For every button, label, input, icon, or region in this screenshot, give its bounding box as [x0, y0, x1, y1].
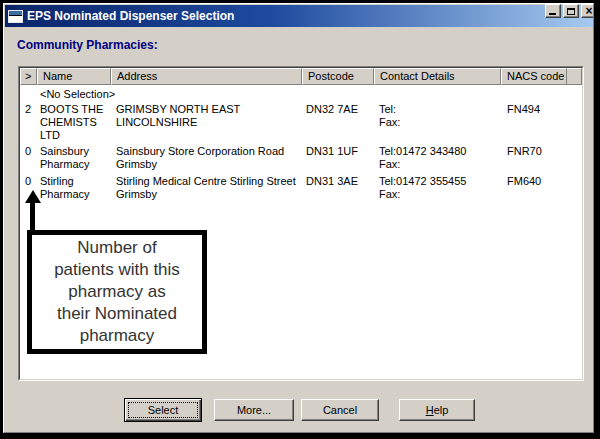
more-button[interactable]: More... — [214, 399, 294, 421]
nominated-count: 0 — [20, 145, 37, 158]
maximize-button[interactable] — [563, 4, 579, 18]
header-nacs-code[interactable]: NACS code — [501, 68, 567, 85]
titlebar-controls: × — [545, 4, 597, 18]
maximize-icon — [567, 8, 575, 15]
select-button[interactable]: Select — [124, 398, 202, 422]
pharmacy-postcode: DN31 1UF — [302, 145, 374, 158]
window-title: EPS Nominated Dispenser Selection — [27, 9, 234, 23]
pharmacy-address: Sainsbury Store Corporation Road Grimsby — [111, 145, 302, 171]
pharmacy-address: GRIMSBY NORTH EAST LINCOLNSHIRE — [111, 103, 302, 129]
minimize-icon — [549, 13, 556, 15]
pharmacy-postcode: DN32 7AE — [302, 103, 374, 116]
table-row-stirling[interactable]: 0 Stirling Pharmacy Stirling Medical Cen… — [20, 175, 582, 201]
help-button[interactable]: Help — [399, 399, 475, 421]
titlebar[interactable]: EPS Nominated Dispenser Selection — [5, 5, 594, 27]
pharmacy-contact: Tel:01472 355455 Fax: — [374, 175, 501, 201]
pharmacy-nacs-code: FM640 — [501, 175, 567, 188]
pharmacy-contact: Tel:01472 343480 Fax: — [374, 145, 501, 171]
pharmacy-name: Sainsbury Pharmacy — [37, 145, 111, 171]
pharmacy-nacs-code: FN494 — [501, 103, 567, 116]
minimize-button[interactable] — [545, 4, 561, 18]
pharmacy-name: Stirling Pharmacy — [37, 175, 111, 201]
list-header-row: > Name Address Postcode Contact Details … — [20, 68, 582, 85]
pharmacy-nacs-code: FNR70 — [501, 145, 567, 158]
header-filler — [567, 68, 582, 85]
table-row-sainsbury[interactable]: 0 Sainsbury Pharmacy Sainsbury Store Cor… — [20, 145, 582, 171]
header-address[interactable]: Address — [111, 68, 302, 85]
annotation-callout: Number of patients with this pharmacy as… — [27, 230, 207, 354]
close-button[interactable]: × — [581, 4, 597, 18]
pharmacy-postcode: DN31 3AE — [302, 175, 374, 188]
pharmacy-contact: Tel: Fax: — [374, 103, 501, 129]
table-row-boots[interactable]: 2 BOOTS THE CHEMISTS LTD GRIMSBY NORTH E… — [20, 103, 582, 142]
pharmacy-address: Stirling Medical Centre Stirling Street … — [111, 175, 302, 201]
callout-arrow-shaft — [30, 202, 35, 231]
header-name[interactable]: Name — [37, 68, 111, 85]
section-label: Community Pharmacies: — [17, 38, 158, 52]
list-body: <No Selection> 2 BOOTS THE CHEMISTS LTD … — [20, 88, 582, 201]
no-selection-label: <No Selection> — [37, 88, 115, 101]
pharmacy-name: BOOTS THE CHEMISTS LTD — [37, 103, 111, 142]
header-count[interactable]: > — [20, 68, 37, 85]
table-row-no-selection[interactable]: <No Selection> — [20, 88, 582, 101]
nominated-count: 0 — [20, 175, 37, 188]
nominated-count: 2 — [20, 103, 37, 116]
cancel-button[interactable]: Cancel — [301, 399, 379, 421]
window-icon — [8, 10, 23, 23]
header-contact-details[interactable]: Contact Details — [374, 68, 501, 85]
header-postcode[interactable]: Postcode — [302, 68, 374, 85]
close-icon: × — [585, 6, 592, 16]
